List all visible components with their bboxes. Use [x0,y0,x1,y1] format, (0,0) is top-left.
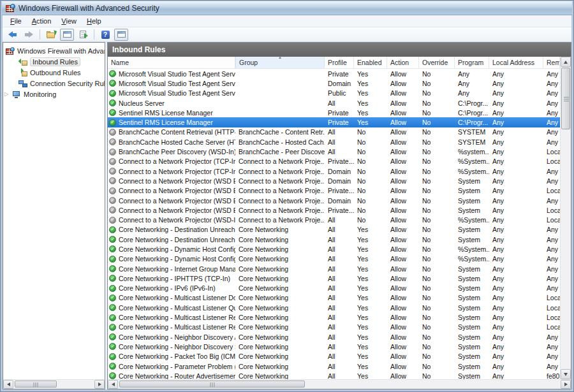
column-header-enabled[interactable]: Enabled [354,57,387,68]
tree-item-connection-security-rules[interactable]: Connection Security Rules [3,78,105,89]
expand-chevron-icon[interactable]: ▷ [3,91,10,97]
tree-item-monitoring[interactable]: ▷ Monitoring [3,89,105,99]
show-hide-action-pane-button[interactable] [114,29,128,41]
rule-row[interactable]: ✓Core Networking - Neighbor Discovery S.… [108,342,560,351]
rule-row[interactable]: ✓Connect to a Network Projector (TCP-In)… [108,166,560,176]
rule-row[interactable]: ✓Core Networking - Dynamic Host Config..… [108,244,560,254]
menu-item-view[interactable]: View [56,15,82,27]
forward-button[interactable] [22,29,36,41]
cell-override: No [419,323,455,331]
rule-row[interactable]: ✓Microsoft Visual Studio Test Agent Serv… [108,89,560,98]
list-horizontal-scrollbar[interactable] [108,379,571,389]
cell-override: No [419,187,455,194]
rule-name-text: Sentinel RMS License Manager [119,119,213,126]
rule-row[interactable]: ✓Core Networking - Multicast Listener Qu… [108,303,560,312]
rule-name-text: Core Networking - IPv6 (IPv6-In) [119,284,216,292]
cell-local: Any [489,99,543,107]
column-header-program[interactable]: Program [455,57,489,68]
column-header-name[interactable]: Name [108,57,235,68]
up-one-level-button[interactable] [44,29,58,41]
cell-action: Allow [387,265,419,273]
scroll-right-button[interactable] [94,380,105,389]
rule-row[interactable]: ✓Core Networking - Multicast Listener Do… [108,293,560,303]
cell-local: Any [489,148,543,156]
cell-name: ✓Sentinel RMS License Manager [108,119,235,126]
rule-row[interactable]: ✓BranchCache Hosted Cache Server (HTT...… [108,137,560,147]
scrollbar-thumb[interactable] [561,68,570,129]
column-header-remote[interactable]: Remot [543,57,560,68]
scroll-up-button[interactable] [561,57,571,67]
cell-name: ✓BranchCache Peer Discovery (WSD-In) [108,148,235,156]
rule-row[interactable]: ✓Core Networking - IPv6 (IPv6-In)Core Ne… [108,284,560,293]
cell-action: Allow [387,80,419,87]
rule-row[interactable]: ✓Connect to a Network Projector (TCP-In)… [108,157,560,166]
rule-row[interactable]: ✓Connect to a Network Projector (WSD Ev.… [108,176,560,185]
scrollbar-thumb[interactable] [15,381,57,388]
cell-remote: Any [543,236,560,243]
rule-row[interactable]: ✓Nucleus ServerAllYesAllowNoC:\Progr...A… [108,98,560,108]
rule-row[interactable]: ✓Core Networking - Multicast Listener Re… [108,312,560,322]
rule-row[interactable]: ✓Core Networking - Neighbor Discovery A.… [108,332,560,342]
title-bar[interactable]: Windows Firewall with Advanced Security [2,1,572,15]
cell-name: ✓Nucleus Server [108,99,235,107]
rule-row[interactable]: ✓Core Networking - Internet Group Mana..… [108,264,560,273]
cell-override: No [419,314,455,321]
cell-action: Allow [387,197,419,205]
rule-row[interactable]: ✓Connect to a Network Projector (WSD Ev.… [108,196,560,205]
cell-profile: All [325,372,354,379]
rule-row[interactable]: ✓Core Networking - Dynamic Host Config..… [108,254,560,264]
rule-row[interactable]: ✓Sentinel RMS License ManagerPrivateYesA… [108,108,560,117]
menu-item-action[interactable]: Action [27,15,57,27]
rule-row[interactable]: ✓Sentinel RMS License ManagerPrivateYesA… [108,117,560,127]
cell-profile: Domain [325,177,354,185]
column-header-local[interactable]: Local Address [489,57,543,68]
column-header-profile[interactable]: Profile [325,57,354,68]
cell-remote: Any [543,99,560,107]
scroll-right-button[interactable] [561,380,571,389]
cell-action: Allow [387,138,419,146]
cell-profile: Domain [325,168,354,175]
menu-item-file[interactable]: File [5,15,27,27]
rule-name-text: Microsoft Visual Studio Test Agent Servi… [119,80,235,87]
rule-row[interactable]: ✓Connect to a Network Projector (WSD-In)… [108,215,560,224]
rule-row[interactable]: ✓Core Networking - IPHTTPS (TCP-In)Core … [108,273,560,283]
rule-row[interactable]: ✓Core Networking - Router Advertisement.… [108,371,560,379]
tree-item-inbound-rules[interactable]: Inbound Rules [3,56,105,67]
rule-row[interactable]: ✓Core Networking - Destination Unreacha.… [108,225,560,235]
rule-row[interactable]: ✓Microsoft Visual Studio Test Agent Serv… [108,69,560,78]
cell-group: Core Networking [235,352,325,360]
rule-row[interactable]: ✓Connect to a Network Projector (WSD Ev.… [108,205,560,215]
cell-local: Any [489,265,543,273]
rule-row[interactable]: ✓Core Networking - Packet Too Big (ICMP.… [108,352,560,361]
rule-row[interactable]: ✓Microsoft Visual Studio Test Agent Serv… [108,78,560,88]
column-header-action[interactable]: Action [387,57,419,68]
scroll-left-button[interactable] [3,380,13,389]
column-header-override[interactable]: Override [419,57,455,68]
cell-remote: Any [543,109,560,117]
show-hide-console-tree-button[interactable] [60,29,74,41]
cell-action: Allow [387,333,419,341]
tree-item-outbound-rules[interactable]: Outbound Rules [3,67,105,78]
scrollbar-thumb[interactable] [119,381,305,388]
scroll-left-button[interactable] [108,380,118,389]
tree-horizontal-scrollbar[interactable] [3,379,105,389]
rule-row[interactable]: ✓Core Networking - Parameter Problem (I.… [108,361,560,371]
tree-item-root[interactable]: Windows Firewall with Advance [3,45,105,56]
cell-profile: Private [325,70,354,78]
rule-row[interactable]: ✓Core Networking - Multicast Listener Re… [108,323,560,332]
rule-row[interactable]: ✓BranchCache Content Retrieval (HTTP-In)… [108,127,560,137]
cell-enabled: Yes [354,343,387,351]
help-button[interactable]: ? [98,29,112,41]
rule-row[interactable]: ✓Core Networking - Destination Unreacha.… [108,235,560,244]
column-header-group[interactable]: Group▲ [235,57,325,68]
vertical-scrollbar[interactable] [560,57,571,379]
cell-profile: All [325,245,354,253]
cell-enabled: Yes [354,304,387,312]
cell-group: Connect to a Network Proje... [235,187,325,194]
export-list-button[interactable] [76,29,90,41]
rule-row[interactable]: ✓Connect to a Network Projector (WSD Ev.… [108,186,560,196]
back-button[interactable] [6,29,20,41]
scroll-down-button[interactable] [561,369,571,379]
menu-item-help[interactable]: Help [82,15,107,27]
rule-row[interactable]: ✓BranchCache Peer Discovery (WSD-In)Bran… [108,147,560,156]
